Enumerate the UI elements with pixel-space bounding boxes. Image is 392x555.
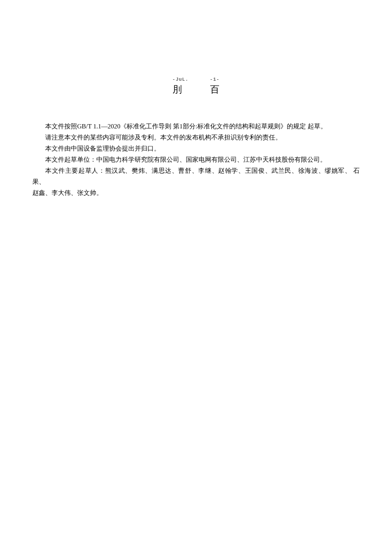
paragraph-2: 请注意本文件的某些内容可能涉及专利。本文件的发布机构不承担识别专利的责任。 — [32, 132, 360, 143]
paragraph-4: 本文件起草单位：中国电力科学研究院有限公司、国家电网有限公司、江苏中天科技股份有… — [32, 154, 360, 165]
body-text-block: 本文件按照GB/T 1.1—2020《标准化工作导则 第1部分:标准化文件的结构… — [32, 121, 360, 198]
header-small-row: -JuL. -1- — [173, 77, 220, 82]
paragraph-6: 赵鑫、李大伟、张文帅。 — [32, 187, 360, 198]
paragraph-5: 本文件主要起草人：熊汉武、樊炜、满思达、曹舒、李继、赵翰学、王国俊、武兰民、徐海… — [32, 165, 360, 187]
paragraph-1: 本文件按照GB/T 1.1—2020《标准化工作导则 第1部分:标准化文件的结构… — [32, 121, 360, 132]
header-large-left: 刖 — [173, 83, 182, 96]
page-header: -JuL. -1- 刖 百 — [32, 75, 360, 96]
header-small-right: -1- — [210, 77, 220, 82]
header-small-left: -JuL. — [173, 77, 189, 82]
paragraph-3: 本文件由中国设备监理协会提出并归口。 — [32, 143, 360, 154]
header-large-right: 百 — [210, 83, 219, 96]
document-page: -JuL. -1- 刖 百 本文件按照GB/T 1.1—2020《标准化工作导则… — [0, 0, 392, 555]
header-large-row: 刖 百 — [173, 83, 219, 96]
